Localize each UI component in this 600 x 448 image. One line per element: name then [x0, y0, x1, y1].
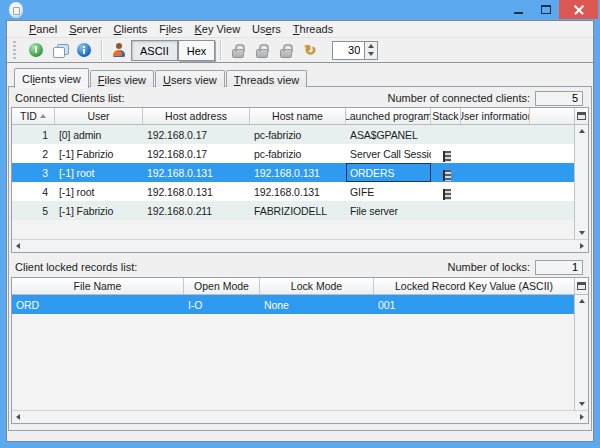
- table-row[interactable]: 4[-1] root192.168.0.131192.168.0.131GIFE: [12, 182, 574, 201]
- tab-clients-view[interactable]: Clients view: [14, 68, 89, 88]
- clients-table-vscrollbar[interactable]: [574, 108, 588, 239]
- cell-launched-program: File server: [346, 201, 431, 220]
- tab-users-view[interactable]: Users view: [155, 70, 225, 87]
- column-header-open-mode[interactable]: Open Mode: [184, 278, 260, 294]
- column-header-lock-mode[interactable]: Lock Mode: [260, 278, 374, 294]
- column-header-locked-record-key-value-ascii[interactable]: Locked Record Key Value (ASCII): [374, 278, 574, 294]
- refresh-button[interactable]: [298, 39, 322, 61]
- column-header-user-information[interactable]: User information: [461, 108, 530, 124]
- clients-count-field[interactable]: [535, 91, 583, 106]
- scroll-up-icon[interactable]: [579, 299, 585, 303]
- refresh-interval-spinner: [332, 41, 378, 60]
- menu-item-users[interactable]: Users: [246, 22, 287, 37]
- info-button[interactable]: [72, 39, 96, 61]
- menu-item-panel[interactable]: Panel: [23, 22, 63, 37]
- column-header-file-name[interactable]: File Name: [12, 278, 184, 294]
- table-row[interactable]: 5[-1] Fabrizio192.168.0.211FABRIZIODELLF…: [12, 201, 574, 220]
- info-icon: [77, 43, 91, 57]
- table-row[interactable]: 1[0] admin192.168.0.17pc-fabrizioASA$GPA…: [12, 125, 574, 144]
- clients-table-body: 1[0] admin192.168.0.17pc-fabrizioASA$GPA…: [12, 125, 574, 239]
- locks-section-header: Client locked records list: Number of lo…: [15, 259, 583, 275]
- column-header-label: Lock Mode: [291, 280, 342, 292]
- column-header-host-name[interactable]: Host name: [250, 108, 346, 124]
- cell-host-name: 192.168.0.131: [250, 163, 346, 182]
- column-header-host-address[interactable]: Host address: [143, 108, 250, 124]
- cascade-windows-button[interactable]: [48, 39, 72, 61]
- table-row[interactable]: 3[-1] root192.168.0.131192.168.0.131ORDE…: [12, 163, 574, 182]
- cell-host-name: pc-fabrizio: [250, 144, 346, 163]
- spinner-buttons: [364, 41, 378, 60]
- user-session-button[interactable]: [107, 39, 131, 61]
- scroll-down-icon[interactable]: [579, 402, 585, 406]
- cell-stack: [431, 163, 461, 182]
- cell-host-address: 192.168.0.211: [143, 201, 250, 220]
- lock-button-2[interactable]: [250, 39, 274, 61]
- column-header-label: User information: [461, 110, 530, 122]
- column-header-stack[interactable]: Stack: [431, 108, 461, 124]
- hex-toggle-button[interactable]: Hex: [178, 40, 216, 61]
- tab-files-view[interactable]: Files view: [90, 70, 154, 87]
- cell-launched-program: Server Call Session [CA: [346, 144, 431, 163]
- power-icon: [29, 43, 43, 57]
- column-header-launched-program[interactable]: Launched program: [346, 108, 431, 124]
- ascii-toggle-button[interactable]: ASCII: [131, 40, 178, 61]
- table-row[interactable]: ORDI-ONone001: [12, 295, 574, 314]
- column-chooser-button[interactable]: [575, 108, 588, 125]
- close-button[interactable]: [559, 0, 598, 19]
- window-controls: [505, 0, 598, 19]
- scroll-right-icon[interactable]: [580, 414, 584, 420]
- lock-button-3[interactable]: [274, 39, 298, 61]
- cell-key-value: 001: [374, 295, 574, 314]
- stack-icon: [443, 189, 451, 200]
- locks-table-vscrollbar[interactable]: [574, 278, 588, 410]
- menubar: PanelServerClientsFilesKey ViewUsersThre…: [7, 21, 593, 38]
- menu-item-clients[interactable]: Clients: [108, 22, 154, 37]
- cell-open-mode: I-O: [184, 295, 260, 314]
- menu-item-server[interactable]: Server: [63, 22, 107, 37]
- scroll-right-icon[interactable]: [580, 243, 584, 249]
- user-icon: [112, 43, 126, 57]
- cell-tid: 4: [12, 182, 55, 201]
- lock-button-1[interactable]: [226, 39, 250, 61]
- minimize-button[interactable]: [505, 0, 532, 19]
- spinner-down-button[interactable]: [365, 50, 377, 59]
- main-area: Clients viewFiles viewUsers viewThreads …: [7, 63, 593, 441]
- locks-table-body: ORDI-ONone001: [12, 295, 574, 410]
- menu-item-files[interactable]: Files: [153, 22, 188, 37]
- header-filler: [530, 108, 574, 124]
- power-button[interactable]: [24, 39, 48, 61]
- scroll-up-icon[interactable]: [579, 129, 585, 133]
- cell-host-address: 192.168.0.17: [143, 144, 250, 163]
- refresh-icon: [302, 42, 318, 58]
- maximize-button[interactable]: [532, 0, 559, 19]
- column-header-label: Launched program: [346, 110, 431, 122]
- scroll-left-icon[interactable]: [16, 243, 20, 249]
- cell-host-address: 192.168.0.131: [143, 163, 250, 182]
- column-header-label: User: [87, 110, 109, 122]
- menu-item-key-view[interactable]: Key View: [188, 22, 246, 37]
- cell-user-information: [461, 201, 530, 220]
- connected-clients-table: TIDUserHost addressHost nameLaunched pro…: [11, 107, 589, 253]
- locks-count-field[interactable]: [535, 260, 583, 275]
- refresh-interval-input[interactable]: [332, 41, 364, 60]
- app-icon: [9, 2, 23, 18]
- scroll-left-icon[interactable]: [16, 414, 20, 420]
- spinner-up-button[interactable]: [365, 42, 377, 51]
- cell-host-name: pc-fabrizio: [250, 125, 346, 144]
- locks-table-hscrollbar[interactable]: [12, 410, 588, 423]
- toolbar-grip[interactable]: [13, 41, 16, 59]
- tab-threads-view[interactable]: Threads view: [226, 70, 307, 87]
- clients-table-hscrollbar[interactable]: [12, 239, 588, 252]
- table-row[interactable]: 2[-1] Fabrizio192.168.0.17pc-fabrizioSer…: [12, 144, 574, 163]
- stack-icon: [443, 170, 451, 181]
- scroll-down-icon[interactable]: [579, 231, 585, 235]
- cell-user: [-1] root: [55, 182, 143, 201]
- column-header-tid[interactable]: TID: [12, 108, 55, 124]
- cell-user-information: [461, 144, 530, 163]
- column-header-user[interactable]: User: [55, 108, 143, 124]
- cell-tid: 3: [12, 163, 55, 182]
- cell-host-address: 192.168.0.131: [143, 182, 250, 201]
- clients-table-header: TIDUserHost addressHost nameLaunched pro…: [12, 108, 574, 125]
- menu-item-threads[interactable]: Threads: [287, 22, 339, 37]
- column-chooser-button[interactable]: [575, 278, 588, 295]
